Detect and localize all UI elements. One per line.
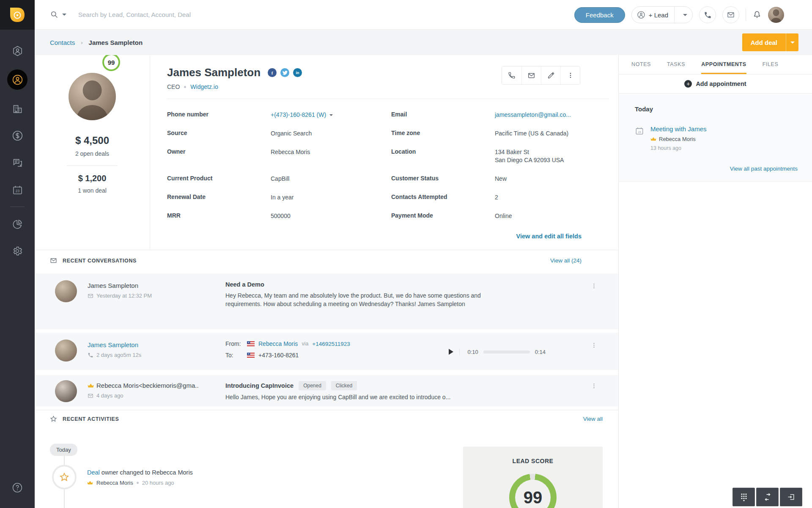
email-topbar-button[interactable] <box>722 6 739 23</box>
user-avatar[interactable] <box>768 7 784 23</box>
app-logo[interactable] <box>0 0 35 30</box>
call-from-name[interactable]: Rebecca Moris <box>258 340 298 347</box>
contact-company-link[interactable]: Widgetz.io <box>190 83 218 90</box>
topbar-divider <box>746 8 746 21</box>
edit-contact-button[interactable] <box>541 66 560 84</box>
deal-link[interactable]: Deal <box>87 469 100 476</box>
email-type-icon <box>88 293 93 299</box>
contacts-attempted-value: 2 <box>495 193 618 202</box>
email-subject[interactable]: Need a Demo <box>225 281 505 288</box>
facebook-icon[interactable]: f <box>268 68 277 77</box>
field-label: Location <box>391 148 495 164</box>
email-body-preview: Hey Rebecca, My team and me absolutely l… <box>225 291 505 309</box>
call-from-to: From: Rebecca Moris via +14692511923 To:… <box>225 340 350 363</box>
dialpad-button[interactable] <box>732 488 755 506</box>
email-subject[interactable]: Introducing CapInvoice <box>225 382 294 389</box>
call-contact-button[interactable] <box>502 66 521 84</box>
elapsed-time: 0:10 <box>467 349 478 355</box>
breadcrumb-bar: Contacts › James Sampleton Add deal <box>35 30 812 55</box>
breadcrumb-contacts-link[interactable]: Contacts <box>50 39 75 46</box>
envelope-icon <box>727 11 735 19</box>
flag-icon <box>247 341 255 346</box>
leads-hexagon-person-icon <box>12 45 23 57</box>
conversation-row-outbound-email[interactable]: Rebecca Moris<beckiemoris@gma.. 4 days a… <box>35 375 618 406</box>
sidebar-item-contacts[interactable] <box>0 64 35 95</box>
phone-topbar-button[interactable] <box>699 6 716 23</box>
sidebar-item-reports[interactable] <box>0 210 35 237</box>
twitter-icon[interactable] <box>280 68 289 77</box>
add-deal-caret[interactable] <box>786 33 798 51</box>
view-edit-all-fields-link[interactable]: View and edit all fields <box>516 233 582 240</box>
contact-summary-section: 99 $ 4,500 2 open deals $ 1,200 1 won de… <box>35 55 618 250</box>
row-more-menu[interactable] <box>591 280 597 323</box>
sidebar-item-conversations[interactable] <box>0 149 35 176</box>
email-value[interactable]: jamessampleton@gmail.co... <box>495 111 618 119</box>
search-input[interactable] <box>78 11 298 18</box>
conversation-time: 4 days ago <box>96 392 123 399</box>
search-scope-caret-icon[interactable] <box>62 14 66 16</box>
playback-progress-bar[interactable] <box>483 351 530 353</box>
sidebar-item-accounts[interactable] <box>0 95 35 122</box>
dot-separator <box>184 86 186 88</box>
caller-name-link[interactable]: James Sampleton <box>88 341 225 348</box>
row-more-menu[interactable] <box>591 340 597 363</box>
tab-appointments[interactable]: APPOINTMENTS <box>701 55 746 74</box>
activities-view-all-link[interactable]: View all <box>583 416 618 422</box>
notifications-button[interactable] <box>752 10 762 19</box>
appointments-today-section: Today 23 Meeting with James Rebecca Mori… <box>619 94 812 182</box>
search-icon[interactable] <box>50 10 59 19</box>
calendar-icon: 23 <box>12 184 23 196</box>
conversation-row-call[interactable]: James Sampleton 2 days ago5m 12s From: R… <box>35 333 618 370</box>
won-deals-label[interactable]: 1 won deal <box>78 187 107 194</box>
view-past-appointments-link[interactable]: View all past appointments <box>635 166 798 172</box>
transfer-arrows-icon <box>763 493 772 501</box>
activity-star-node <box>52 465 77 489</box>
sidebar-item-leads[interactable] <box>0 37 35 64</box>
tab-tasks[interactable]: TASKS <box>667 55 685 74</box>
feedback-button[interactable]: Feedback <box>574 7 625 23</box>
left-nav-rail: 23 <box>0 0 35 508</box>
phone-dropdown-caret[interactable] <box>329 114 333 116</box>
call-time: 2 days ago <box>96 352 123 358</box>
appointment-item[interactable]: 23 Meeting with James Rebecca Moris 13 h… <box>635 125 798 151</box>
add-deal-button[interactable]: Add deal <box>742 33 798 51</box>
crown-icon <box>87 480 93 485</box>
calendar-icon: 23 <box>635 126 644 135</box>
conversation-row-email[interactable]: James Sampleton Yesterday at 12:32 PM Ne… <box>35 273 618 329</box>
open-deals-label[interactable]: 2 open deals <box>75 150 109 157</box>
help-button[interactable] <box>0 479 35 496</box>
tab-files[interactable]: FILES <box>763 55 779 74</box>
add-lead-button[interactable]: + Lead <box>631 6 693 23</box>
contacts-active-indicator <box>7 69 27 90</box>
call-transfer-button[interactable] <box>756 488 779 506</box>
sidebar-item-settings[interactable] <box>0 237 35 265</box>
svg-text:23: 23 <box>638 131 641 133</box>
appointment-owner: Rebecca Moris <box>659 136 696 142</box>
email-contact-button[interactable] <box>521 66 541 84</box>
call-recording-player: 0:10 0:14 <box>449 349 546 355</box>
email-body-preview: Hello James, Hope you are enjoying using… <box>225 394 450 400</box>
field-label: Payment Mode <box>391 212 495 220</box>
add-appointment-button[interactable]: + Add appointment <box>619 75 812 94</box>
lead-score-card: LEAD SCORE 99 <box>463 447 603 508</box>
screen-device-button[interactable] <box>780 488 802 506</box>
dialpad-icon <box>740 492 748 502</box>
field-label: Renewal Date <box>167 193 271 202</box>
call-from-number[interactable]: +14692511923 <box>312 341 350 347</box>
add-appointment-label: Add appointment <box>696 80 746 87</box>
conversations-view-all-link[interactable]: View all (24) <box>550 257 618 264</box>
deals-dollar-icon <box>12 130 23 141</box>
appointment-title-link[interactable]: Meeting with James <box>650 125 707 133</box>
sidebar-item-calendar[interactable]: 23 <box>0 176 35 203</box>
sidebar-item-deals[interactable] <box>0 122 35 149</box>
play-button[interactable] <box>449 349 453 355</box>
more-actions-button[interactable] <box>560 66 580 84</box>
row-more-menu[interactable] <box>591 380 597 400</box>
tab-notes[interactable]: NOTES <box>631 55 651 74</box>
add-lead-caret[interactable] <box>675 7 692 23</box>
via-label: via <box>302 341 308 347</box>
phone-number-value[interactable]: +(473)-160-8261 (W) <box>271 111 391 119</box>
linkedin-icon[interactable]: in <box>293 68 302 77</box>
freshsales-logo-icon <box>8 6 26 24</box>
field-label: Owner <box>167 148 271 164</box>
